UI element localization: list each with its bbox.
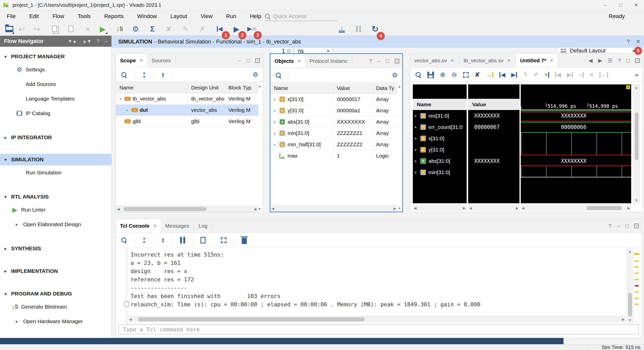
window-close-icon[interactable]: ✕ bbox=[628, 0, 644, 10]
wave-hscrollbar[interactable]: ◀ ▶ bbox=[521, 205, 631, 211]
collapse-all-icon[interactable]: ▼▲ bbox=[68, 39, 77, 44]
close-icon[interactable]: ✕ bbox=[451, 58, 454, 63]
column-block-type[interactable]: Block Typ bbox=[225, 82, 258, 93]
tab-untitled-7[interactable]: Untitled 7*✕ bbox=[516, 54, 558, 67]
column-value[interactable]: Value bbox=[333, 83, 373, 93]
chevron-right-icon[interactable]: ▸ bbox=[274, 120, 279, 124]
sidebar-item-settings[interactable]: ⚙Settings bbox=[0, 64, 112, 75]
delete-marker-icon[interactable]: × bbox=[590, 71, 593, 79]
sidebar-section-project-manager[interactable]: ▾PROJECT MANAGER bbox=[0, 51, 112, 62]
search-icon[interactable] bbox=[121, 72, 127, 78]
chevron-right-icon[interactable]: ▸ bbox=[415, 147, 420, 152]
object-row-min[interactable]: ▸vmin[31:0] ZZZZZZZ1 Array bbox=[270, 128, 397, 139]
run-button[interactable]: ▶ bbox=[97, 23, 108, 35]
signal-name[interactable]: y[31:0] bbox=[428, 147, 444, 153]
collapse-all-icon[interactable]: ▼▲ bbox=[142, 72, 146, 78]
pause-button[interactable] bbox=[353, 23, 364, 35]
wave-value-column[interactable]: Value XXXXXXXX 00000067 XXXXXXXX bbox=[468, 84, 519, 203]
chevron-right-icon[interactable]: ▸ bbox=[415, 125, 420, 129]
previous-transition-icon[interactable]: ◀ bbox=[499, 72, 505, 78]
sidebar-item-add-sources[interactable]: Add Sources bbox=[0, 78, 112, 90]
signal-name[interactable]: err_count[31:0 bbox=[428, 124, 462, 130]
chevron-right-icon[interactable]: ▸ bbox=[274, 142, 279, 147]
menu-flow[interactable]: Flow bbox=[46, 10, 71, 22]
column-data-type[interactable]: Data Ty bbox=[373, 83, 397, 93]
expand-all-icon[interactable]: ▲▼ bbox=[82, 39, 91, 44]
tab-tb-vector-abs-sv[interactable]: tb_vector_abs.sv✕ bbox=[460, 54, 515, 67]
previous-marker-icon[interactable]: ◀ bbox=[555, 72, 561, 78]
sidebar-section-synthesis[interactable]: ▸SYNTHESIS bbox=[0, 243, 112, 254]
tcl-command-input[interactable] bbox=[123, 326, 613, 333]
scroll-right-icon[interactable]: ▶ bbox=[393, 207, 396, 211]
float-icon[interactable]: ↗ bbox=[635, 58, 640, 63]
pause-output-icon[interactable] bbox=[180, 237, 185, 243]
copy-icon[interactable] bbox=[200, 237, 206, 243]
column-design-unit[interactable]: Design Unit bbox=[188, 82, 225, 93]
collapse-all-icon[interactable]: ▼▲ bbox=[142, 237, 146, 243]
search-icon[interactable] bbox=[121, 237, 127, 243]
zoom-fit-icon[interactable] bbox=[463, 72, 469, 78]
menu-reports[interactable]: Reports bbox=[97, 10, 130, 22]
signal-name[interactable]: abs[31:0] bbox=[428, 158, 450, 164]
delete-button[interactable]: × bbox=[82, 23, 94, 35]
sidebar-section-implementation[interactable]: ▸IMPLEMENTATION bbox=[0, 265, 112, 277]
scope-hscrollbar[interactable]: ◀ ▶ bbox=[116, 206, 258, 212]
scroll-down-icon[interactable]: ▼ bbox=[397, 206, 402, 211]
name-hscrollbar[interactable]: ◀▶ bbox=[413, 205, 467, 211]
sidebar-item-language-templates[interactable]: Language Templates bbox=[0, 93, 112, 105]
sidebar-section-ip-integrator[interactable]: ▸IP INTEGRATOR bbox=[0, 132, 112, 143]
tab-protocol-instances[interactable]: Protocol Instanc bbox=[305, 54, 351, 68]
scroll-thumb[interactable] bbox=[587, 206, 622, 210]
minimize-icon[interactable]: – bbox=[617, 223, 620, 229]
tab-tcl-console[interactable]: Tcl Console✕ bbox=[116, 219, 161, 233]
object-row-max[interactable]: max 1 Logic bbox=[270, 150, 397, 162]
generate-bitstream-button[interactable]: ↓0110 bbox=[114, 23, 125, 35]
float-icon[interactable]: ↗ bbox=[395, 59, 399, 63]
trash-icon[interactable] bbox=[242, 238, 247, 244]
scroll-thumb[interactable] bbox=[124, 207, 207, 211]
undo-button[interactable]: ↩ bbox=[16, 23, 27, 35]
column-name[interactable]: Name bbox=[116, 82, 188, 93]
menu-window[interactable]: Window bbox=[130, 10, 164, 22]
gear-icon[interactable]: ⚙ bbox=[253, 71, 258, 79]
maximize-icon[interactable]: □ bbox=[386, 58, 389, 64]
remove-marker-icon[interactable]: − bbox=[579, 72, 584, 78]
tcl-command-field[interactable] bbox=[118, 324, 639, 334]
scroll-left-icon[interactable]: ◀ bbox=[129, 317, 132, 321]
menu-view[interactable]: View bbox=[194, 10, 219, 22]
close-icon[interactable]: ✕ bbox=[153, 223, 157, 229]
object-row-y[interactable]: ▸Iy[31:0] 000000a1 Array bbox=[270, 105, 397, 116]
search-icon[interactable] bbox=[415, 72, 421, 78]
cursor-disabled-button[interactable]: ✗ bbox=[197, 23, 208, 35]
scroll-left-icon[interactable]: ◀ bbox=[117, 207, 120, 211]
clear-icon[interactable]: ✕ bbox=[287, 49, 291, 53]
menu-edit[interactable]: Edit bbox=[22, 10, 46, 22]
help-icon[interactable]: ? bbox=[609, 223, 612, 229]
signal-name[interactable]: x[31:0] bbox=[428, 135, 444, 141]
scope-row-glbl[interactable]: glbl glbl Verilog M bbox=[116, 116, 258, 127]
tab-scroll-left-icon[interactable]: ◀ bbox=[588, 58, 592, 64]
tab-list-icon[interactable]: ☰ bbox=[608, 58, 613, 64]
chevron-down-icon[interactable]: ▾ bbox=[119, 96, 125, 101]
minimize-icon[interactable]: – bbox=[238, 58, 241, 64]
objects-hscrollbar[interactable]: ◀ ▶ bbox=[270, 205, 397, 212]
tab-scope[interactable]: Scope✕ bbox=[116, 54, 147, 67]
report-sum-button[interactable]: Σ bbox=[147, 23, 158, 35]
swap-cursor-prev-icon[interactable]: ↰ bbox=[523, 72, 528, 78]
quick-access-input[interactable] bbox=[273, 13, 326, 20]
scroll-up-icon[interactable]: ▲ bbox=[634, 85, 639, 90]
scroll-down-icon[interactable]: ▼ bbox=[627, 317, 633, 323]
go-to-transition-icon[interactable]: → bbox=[486, 72, 493, 78]
close-icon[interactable]: ✕ bbox=[139, 58, 143, 63]
signal-name[interactable]: res[31:0] bbox=[428, 113, 449, 119]
validate-disabled-button[interactable]: ✘ bbox=[163, 23, 175, 35]
maximize-icon[interactable]: □ bbox=[247, 58, 250, 64]
scope-row-dut[interactable]: ▸dut vector_abs Verilog M bbox=[116, 105, 258, 116]
chevron-right-icon[interactable]: ▸ bbox=[274, 97, 279, 102]
span-markers-icon[interactable]: ↔ bbox=[599, 72, 608, 78]
scroll-left-icon[interactable]: ◀ bbox=[271, 207, 274, 211]
minimize-icon[interactable]: – bbox=[105, 39, 107, 44]
menu-help[interactable]: Help bbox=[243, 10, 268, 22]
scroll-right-icon[interactable]: ▶ bbox=[622, 317, 625, 321]
no-cursor-icon[interactable]: ✘ bbox=[475, 71, 480, 79]
